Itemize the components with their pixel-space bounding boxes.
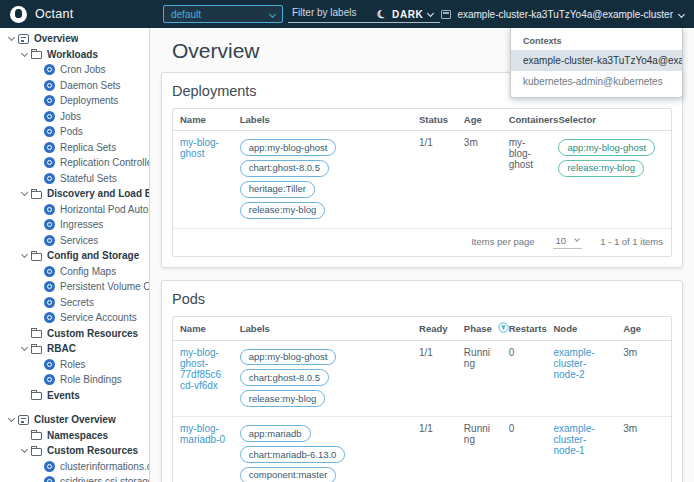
table-cell: 0 [502, 340, 547, 417]
sidebar-item-events[interactable]: Events [0, 388, 149, 404]
pagination-range: 1 - 1 of 1 items [600, 236, 663, 247]
label-tag[interactable]: chart:ghost-8.0.5 [240, 160, 329, 177]
theme-toggle-button[interactable]: ☾ DARK [377, 9, 424, 20]
label-tag[interactable]: app:my-blog-ghost [240, 139, 337, 156]
app-title: Octant [35, 7, 74, 21]
resource-icon [44, 173, 55, 184]
sidebar-item-label: Service Accounts [60, 312, 137, 323]
cell-link[interactable]: my-blog-ghost-77df85c6cd-vf6dx [180, 347, 221, 391]
resource-icon [44, 312, 55, 323]
sidebar-item-service-accounts[interactable]: Service Accounts [0, 310, 149, 326]
sidebar-item-label: Stateful Sets [60, 173, 117, 184]
sidebar-item-label: Roles [60, 359, 86, 370]
sidebar-item-role-bindings[interactable]: Role Bindings [0, 372, 149, 388]
column-header-label: Labels [240, 323, 270, 334]
sidebar-item-roles[interactable]: Roles [0, 357, 149, 373]
cell-link[interactable]: my-blog-mariadb-0 [180, 423, 225, 445]
filter-icon[interactable] [498, 322, 509, 335]
cluster-icon [441, 10, 451, 19]
sidebar-item-cluster-overview[interactable]: Cluster Overview [0, 412, 149, 428]
sidebar-item-pods[interactable]: Pods [0, 124, 149, 140]
column-header-containers: Containers [502, 109, 552, 131]
column-header-label: Name [180, 114, 206, 125]
chevron-down-icon[interactable] [20, 251, 27, 258]
table-cell: app:my-blog-ghostchart:ghost-8.0.5herita… [233, 131, 412, 229]
sidebar-item-namespaces[interactable]: Namespaces [0, 428, 149, 444]
sidebar-item-label: Config Maps [60, 266, 116, 277]
sidebar-item-daemon-sets[interactable]: Daemon Sets [0, 78, 149, 94]
sidebar-item-csidrivers-csi-storage-k8s-io[interactable]: csidrivers.csi.storage.k8s.io [0, 474, 149, 482]
label-tag[interactable]: app:my-blog-ghost [240, 349, 337, 366]
sidebar-item-discovery-and-load-balancing[interactable]: Discovery and Load Balancing [0, 186, 149, 202]
column-header-label: Age [623, 323, 641, 334]
sidebar-item-overview[interactable]: Overview [0, 31, 149, 47]
sidebar-item-jobs[interactable]: Jobs [0, 109, 149, 125]
chevron-down-icon[interactable] [7, 34, 14, 41]
label-tag[interactable]: app:mariadb [240, 425, 311, 442]
table-cell: Running [457, 340, 502, 417]
table-cell: my-blog-ghost-77df85c6cd-vf6dx [173, 340, 233, 417]
context-selector-button[interactable]: example-cluster-ka3TuTzYo4a@example-clus… [441, 9, 684, 20]
sidebar-item-custom-resources[interactable]: Custom Resources [0, 326, 149, 342]
cell-link[interactable]: my-blog-ghost [180, 137, 219, 159]
context-option[interactable]: example-cluster-ka3TuTzYo4a@example-clu.… [511, 50, 682, 71]
sidebar-item-label: Custom Resources [47, 328, 138, 339]
octant-logo-icon [10, 6, 27, 23]
cell-link[interactable]: example-cluster-node-2 [553, 347, 594, 380]
folder-icon [31, 253, 42, 261]
label-tag[interactable]: component:master [240, 467, 337, 482]
sidebar-item-cron-jobs[interactable]: Cron Jobs [0, 62, 149, 78]
cell-link[interactable]: example-cluster-node-1 [553, 423, 594, 456]
sidebar-item-ingresses[interactable]: Ingresses [0, 217, 149, 233]
table-cell: app:my-blog-ghostrelease:my-blog [551, 131, 671, 229]
sidebar-item-label: Role Bindings [60, 374, 122, 385]
table-cell: 1/1 [412, 340, 457, 417]
label-tag[interactable]: release:my-blog [240, 390, 326, 407]
page-size-select[interactable]: 10 [553, 235, 583, 249]
sidebar-item-custom-resources[interactable]: Custom Resources [0, 443, 149, 459]
sidebar-item-secrets[interactable]: Secrets [0, 295, 149, 311]
sidebar-item-label: Cluster Overview [34, 414, 116, 425]
chevron-down-icon[interactable] [7, 415, 14, 422]
sidebar-item-horizontal-pod-autoscalers[interactable]: Horizontal Pod Autoscalers [0, 202, 149, 218]
chevron-down-icon [269, 10, 276, 17]
resource-icon [44, 95, 55, 106]
sidebar-item-replication-controllers[interactable]: Replication Controllers [0, 155, 149, 171]
sidebar-item-config-and-storage[interactable]: Config and Storage [0, 248, 149, 264]
column-header-name: Name [173, 109, 233, 131]
sidebar-item-persistent-volume-claims[interactable]: Persistent Volume Claims [0, 279, 149, 295]
table-row: my-blog-ghost-77df85c6cd-vf6dxapp:my-blo… [173, 340, 671, 417]
contexts-dropdown: Contexts example-cluster-ka3TuTzYo4a@exa… [510, 28, 683, 98]
namespace-select[interactable]: default [163, 5, 283, 23]
navigation-sidebar: OverviewWorkloadsCron JobsDaemon SetsDep… [0, 28, 150, 482]
sidebar-item-deployments[interactable]: Deployments [0, 93, 149, 109]
resource-icon [44, 111, 55, 122]
chevron-down-icon[interactable] [20, 344, 27, 351]
data-grid: NameLabelsReadyPhaseRestartsNodeAgemy-bl… [172, 316, 672, 482]
sidebar-item-clusterinformations-crd-projec[interactable]: clusterinformations.crd.projec [0, 459, 149, 475]
label-tag[interactable]: heritage:Tiller [240, 181, 315, 198]
label-tag[interactable]: chart:mariadb-6.13.0 [240, 446, 346, 463]
column-header-label: Node [553, 323, 577, 334]
chevron-down-icon[interactable] [20, 189, 27, 196]
context-option[interactable]: kubernetes-admin@kubernetes [511, 71, 682, 92]
folder-icon [31, 448, 42, 456]
label-tag[interactable]: chart:ghost-8.0.5 [240, 369, 329, 386]
sidebar-item-config-maps[interactable]: Config Maps [0, 264, 149, 280]
sidebar-item-rbac[interactable]: RBAC [0, 341, 149, 357]
column-header-label: Labels [240, 114, 270, 125]
sidebar-item-stateful-sets[interactable]: Stateful Sets [0, 171, 149, 187]
resource-icon [44, 461, 55, 472]
moon-icon: ☾ [375, 7, 388, 21]
table-cell: Running [457, 417, 502, 482]
chevron-down-icon[interactable] [20, 50, 27, 57]
column-header-label: Name [180, 323, 206, 334]
chevron-down-icon[interactable] [20, 446, 27, 453]
sidebar-item-replica-sets[interactable]: Replica Sets [0, 140, 149, 156]
sidebar-item-services[interactable]: Services [0, 233, 149, 249]
column-header-selector: Selector [551, 109, 671, 131]
sidebar-item-workloads[interactable]: Workloads [0, 47, 149, 63]
column-header-ready: Ready [412, 317, 457, 341]
sidebar-item-label: Discovery and Load Balancing [47, 188, 149, 199]
label-tag[interactable]: release:my-blog [240, 202, 326, 219]
